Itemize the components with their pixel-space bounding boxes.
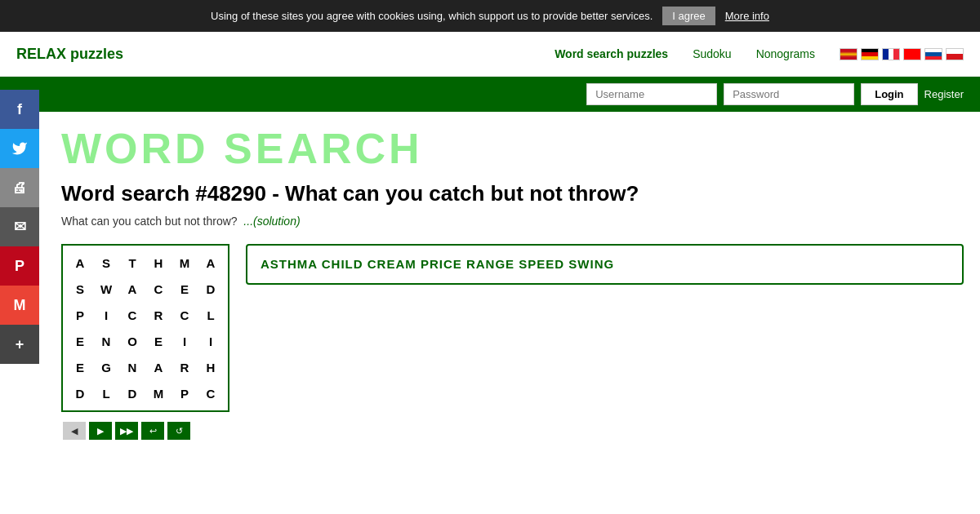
grid-cell[interactable]: N bbox=[119, 354, 145, 380]
logo[interactable]: RELAX puzzles bbox=[16, 46, 123, 63]
top-nav: RELAX puzzles Word search puzzles Sudoku… bbox=[0, 32, 980, 77]
grid-row: ASTHMA bbox=[67, 250, 224, 276]
grid-cell[interactable]: R bbox=[145, 302, 172, 328]
grid-cell[interactable]: M bbox=[172, 250, 198, 276]
grid-cell[interactable]: P bbox=[172, 380, 198, 406]
login-bar: Login Register bbox=[0, 77, 980, 112]
pagination-button-1[interactable]: ▶ bbox=[89, 422, 112, 440]
grid-cell[interactable]: C bbox=[172, 302, 198, 328]
grid-cell[interactable]: I bbox=[172, 328, 198, 354]
grid-row: PICRCL bbox=[67, 302, 224, 328]
username-input[interactable] bbox=[586, 83, 717, 105]
grid-cell[interactable]: H bbox=[198, 354, 224, 380]
facebook-button[interactable]: f bbox=[0, 90, 39, 129]
grid-row: ENOEII bbox=[67, 328, 224, 354]
flag-swiss[interactable] bbox=[903, 48, 921, 60]
grid-cell[interactable]: G bbox=[93, 354, 119, 380]
subtitle-text: What can you catch but not throw? bbox=[61, 215, 238, 228]
puzzle-area: ASTHMASWACEDPICRCLENOEIIEGNARHDLDMPC AST… bbox=[61, 244, 964, 412]
words-box: ASTHMA CHILD CREAM PRICE RANGE SPEED SWI… bbox=[246, 244, 964, 285]
grid-cell[interactable]: R bbox=[172, 354, 198, 380]
grid-cell[interactable]: I bbox=[93, 302, 119, 328]
puzzle-heading: Word search #48290 - What can you catch … bbox=[61, 181, 964, 206]
grid-cell[interactable]: C bbox=[145, 276, 172, 302]
grid-cell[interactable]: C bbox=[198, 380, 224, 406]
main-content: WORD SEARCH Word search #48290 - What ca… bbox=[45, 112, 980, 448]
grid-cell[interactable]: M bbox=[145, 380, 172, 406]
grid-cell[interactable]: D bbox=[198, 276, 224, 302]
pinterest-button[interactable]: P bbox=[0, 246, 39, 286]
grid-cell[interactable]: E bbox=[67, 328, 93, 354]
puzzle-subtitle: What can you catch but not throw? ...(so… bbox=[61, 215, 964, 228]
nav-links: Word search puzzles Sudoku Nonograms bbox=[555, 47, 815, 60]
cookie-banner: Using of these sites you agree with cook… bbox=[0, 0, 980, 32]
grid-row: DLDMPC bbox=[67, 380, 224, 406]
grid-cell[interactable]: P bbox=[67, 302, 93, 328]
cookie-message: Using of these sites you agree with cook… bbox=[211, 10, 653, 22]
login-button[interactable]: Login bbox=[861, 83, 917, 105]
grid-row: SWACED bbox=[67, 276, 224, 302]
grid-cell[interactable]: O bbox=[119, 328, 145, 354]
pagination-button-3[interactable]: ↩ bbox=[141, 422, 164, 440]
page-title: WORD SEARCH bbox=[61, 124, 964, 173]
grid-cell[interactable]: D bbox=[67, 380, 93, 406]
flag-german[interactable] bbox=[861, 48, 879, 60]
agree-button[interactable]: I agree bbox=[662, 7, 715, 25]
words-list: ASTHMA CHILD CREAM PRICE RANGE SPEED SWI… bbox=[261, 257, 949, 271]
flag-spanish[interactable] bbox=[840, 48, 858, 60]
grid-cell[interactable]: L bbox=[198, 302, 224, 328]
solution-link[interactable]: ...(solution) bbox=[243, 215, 300, 228]
more-button[interactable]: + bbox=[0, 325, 39, 364]
grid-cell[interactable]: E bbox=[67, 354, 93, 380]
social-sidebar: f 🖨 ✉ P M + bbox=[0, 90, 39, 364]
grid-cell[interactable]: S bbox=[67, 276, 93, 302]
pagination-button-4[interactable]: ↺ bbox=[167, 422, 190, 440]
grid-cell[interactable]: A bbox=[198, 250, 224, 276]
grid-cell[interactable]: C bbox=[119, 302, 145, 328]
grid-cell[interactable]: S bbox=[93, 250, 119, 276]
email-button[interactable]: ✉ bbox=[0, 207, 39, 246]
pagination-button-0[interactable]: ◀ bbox=[63, 422, 86, 440]
nav-sudoku[interactable]: Sudoku bbox=[693, 47, 731, 60]
word-grid: ASTHMASWACEDPICRCLENOEIIEGNARHDLDMPC bbox=[61, 244, 229, 412]
print-button[interactable]: 🖨 bbox=[0, 168, 39, 207]
grid-cell[interactable]: T bbox=[119, 250, 145, 276]
grid-cell[interactable]: E bbox=[172, 276, 198, 302]
flag-czech[interactable] bbox=[946, 48, 964, 60]
nav-word-search[interactable]: Word search puzzles bbox=[555, 47, 668, 60]
flag-slovak[interactable] bbox=[924, 48, 942, 60]
grid-cell[interactable]: D bbox=[119, 380, 145, 406]
grid-cell[interactable]: A bbox=[145, 354, 172, 380]
gmail-button[interactable]: M bbox=[0, 286, 39, 325]
twitter-button[interactable] bbox=[0, 129, 39, 168]
pagination-button-2[interactable]: ▶▶ bbox=[115, 422, 138, 440]
grid-cell[interactable]: I bbox=[198, 328, 224, 354]
grid-cell[interactable]: A bbox=[67, 250, 93, 276]
more-info-link[interactable]: More info bbox=[725, 10, 769, 22]
password-input[interactable] bbox=[724, 83, 854, 105]
grid-cell[interactable]: E bbox=[145, 328, 172, 354]
nav-nonograms[interactable]: Nonograms bbox=[756, 47, 815, 60]
language-flags bbox=[840, 48, 964, 60]
grid-cell[interactable]: N bbox=[93, 328, 119, 354]
grid-cell[interactable]: L bbox=[93, 380, 119, 406]
grid-cell[interactable]: W bbox=[93, 276, 119, 302]
register-link[interactable]: Register bbox=[924, 88, 964, 100]
flag-french[interactable] bbox=[882, 48, 900, 60]
pagination-row: ◀▶▶▶↩↺ bbox=[63, 422, 964, 440]
grid-cell[interactable]: H bbox=[145, 250, 172, 276]
grid-row: EGNARH bbox=[67, 354, 224, 380]
grid-cell[interactable]: A bbox=[119, 276, 145, 302]
